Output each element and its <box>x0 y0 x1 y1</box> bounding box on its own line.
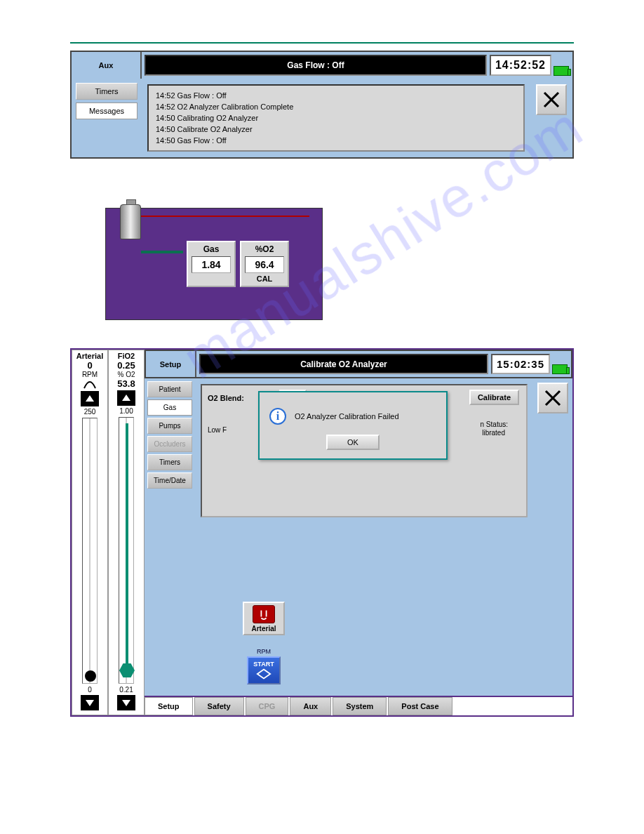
gas-label: Gas <box>188 244 234 254</box>
arterial-lower: 0 <box>88 686 92 694</box>
close-icon <box>541 89 562 110</box>
tab-timers[interactable]: Timers <box>147 454 192 470</box>
fio2-value: 0.25 <box>117 360 135 371</box>
tab-occluders[interactable]: Occluders <box>147 436 192 452</box>
btab-postcase[interactable]: Post Case <box>388 697 452 715</box>
cylinder-icon <box>120 204 141 239</box>
message-row: 14:52 Gas Flow : Off <box>156 90 516 101</box>
message-row: 14:50 Calibrating O2 Analyzer <box>156 112 516 124</box>
close-icon <box>542 388 563 409</box>
status-bar: Gas Flow : Off <box>145 55 487 76</box>
pipe-red <box>141 216 309 217</box>
gas-readout-panel: Gas 1.84 %O2 96.4 CAL <box>105 208 323 320</box>
fio2-track[interactable] <box>119 417 134 684</box>
calibration-failed-dialog: i O2 Analyzer Calibration Failed OK <box>258 391 448 460</box>
info-icon: i <box>269 408 286 425</box>
fio2-up-button[interactable] <box>117 390 135 406</box>
arterial-up-button[interactable] <box>81 391 99 406</box>
aux-messages-panel: Aux Gas Flow : Off 14:52:52 Timers Messa… <box>70 51 574 159</box>
gas-value: 1.84 <box>192 256 231 273</box>
arterial-module[interactable]: Arterial <box>243 602 285 635</box>
status-bar: Calibrate O2 Analyzer <box>199 354 488 374</box>
arrow-up-icon <box>121 392 132 404</box>
tab-pumps[interactable]: Pumps <box>147 418 192 434</box>
fio2-title: FiO2 <box>118 352 135 360</box>
curve-icon <box>83 378 97 390</box>
fio2-down-button[interactable] <box>117 695 135 710</box>
battery-icon <box>553 55 570 76</box>
btab-aux[interactable]: Aux <box>290 697 331 715</box>
battery-icon <box>551 354 568 374</box>
tab-gas[interactable]: Gas <box>147 399 192 416</box>
o2-label: %O2 <box>241 244 288 254</box>
o2-readout[interactable]: %O2 96.4 CAL <box>240 241 289 287</box>
arrow-down-icon <box>84 697 95 708</box>
setup-screen: Arterial 0 RPM 250 0 FiO2 0.25 % O2 <box>70 348 574 717</box>
fio2-slider: FiO2 0.25 % O2 53.8 1.00 0.21 <box>108 350 145 715</box>
arrow-up-icon <box>84 393 95 404</box>
fio2-lower: 0.21 <box>119 686 133 694</box>
arterial-track[interactable] <box>82 418 98 684</box>
message-row: 14:50 Calibrate O2 Analyzer <box>156 124 516 135</box>
ok-button[interactable]: OK <box>326 435 380 450</box>
slider-knob[interactable] <box>85 670 96 682</box>
gas-readout[interactable]: Gas 1.84 <box>187 241 236 287</box>
o2-cal-label: CAL <box>241 273 288 283</box>
start-label: START <box>253 661 274 668</box>
message-row: 14:50 Gas Flow : Off <box>156 135 516 146</box>
aux-label: Aux <box>72 52 142 79</box>
calibrate-button[interactable]: Calibrate <box>469 390 519 405</box>
o2-value: 96.4 <box>245 256 284 273</box>
fio2-bar <box>126 423 128 670</box>
status-text-1: n Status: <box>481 421 508 428</box>
fio2-unit: % O2 <box>117 371 135 378</box>
start-button[interactable]: START <box>247 656 281 684</box>
slider-knob[interactable] <box>119 663 135 677</box>
o2blend-label: O2 Blend: <box>208 394 244 402</box>
clock: 15:02:35 <box>491 354 550 374</box>
arrow-down-icon <box>121 697 132 708</box>
fio2-upper: 1.00 <box>119 407 133 415</box>
tab-patient[interactable]: Patient <box>147 381 192 397</box>
status-text-2: librated <box>482 429 505 437</box>
bottom-tab-bar: Setup Safety CPG Aux System Post Case <box>145 696 572 715</box>
close-button[interactable] <box>536 84 567 115</box>
arterial-value: 0 <box>87 360 92 371</box>
close-button[interactable] <box>537 383 568 413</box>
setup-label: Setup <box>146 351 196 377</box>
arterial-box-label: Arterial <box>246 625 282 633</box>
messages-list: 14:52 Gas Flow : Off 14:52 O2 Analyzer C… <box>147 84 525 152</box>
btab-system[interactable]: System <box>333 697 387 715</box>
divider <box>70 42 574 44</box>
arterial-upper: 250 <box>84 408 96 416</box>
dialog-message: O2 Analyzer Calibration Failed <box>295 412 399 421</box>
btab-cpg[interactable]: CPG <box>246 697 289 715</box>
arterial-slider: Arterial 0 RPM 250 0 <box>72 350 108 715</box>
tab-timedate[interactable]: Time/Date <box>147 472 192 489</box>
clock: 14:52:52 <box>490 55 551 76</box>
rpm-label: RPM <box>248 648 279 655</box>
start-icon <box>256 668 271 680</box>
btab-setup[interactable]: Setup <box>145 697 193 715</box>
btab-safety[interactable]: Safety <box>194 697 244 715</box>
arterial-unit: RPM <box>82 371 98 378</box>
lowflow-label: Low F <box>208 426 227 434</box>
arterial-down-button[interactable] <box>81 695 99 710</box>
pipe-green <box>141 251 183 253</box>
tab-timers[interactable]: Timers <box>76 83 137 100</box>
arterial-icon <box>253 605 275 623</box>
fio2-pct: 53.8 <box>117 378 135 389</box>
message-row: 14:52 O2 Analyzer Calibration Complete <box>156 101 516 112</box>
arterial-title: Arterial <box>76 352 104 360</box>
tab-messages[interactable]: Messages <box>76 102 137 119</box>
